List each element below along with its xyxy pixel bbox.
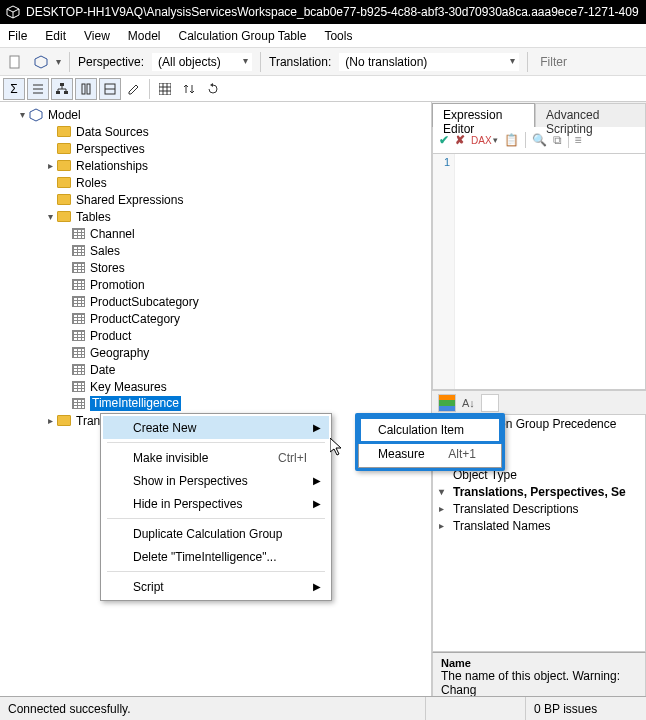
tree-item[interactable]: TimeIntelligence	[0, 395, 431, 412]
tree-item[interactable]: ▸Relationships	[0, 157, 431, 174]
menu-model[interactable]: Model	[128, 29, 161, 43]
property-row[interactable]: ▸Translated Descriptions	[433, 500, 645, 517]
menu-edit[interactable]: Edit	[45, 29, 66, 43]
svg-marker-25	[30, 109, 42, 121]
submenu-arrow-icon: ▶	[313, 475, 321, 486]
tree-item[interactable]: ProductSubcategory	[0, 293, 431, 310]
ctx-item[interactable]: Make invisibleCtrl+I	[103, 446, 329, 469]
svg-marker-5	[35, 56, 47, 68]
cube-icon[interactable]	[30, 51, 52, 73]
submenu-item-shortcut: Alt+1	[448, 447, 476, 461]
menu-file[interactable]: File	[8, 29, 27, 43]
ctx-item[interactable]: Show in Perspectives▶	[103, 469, 329, 492]
menu-calc-group-table[interactable]: Calculation Group Table	[179, 29, 307, 43]
submenu-arrow-icon: ▶	[313, 498, 321, 509]
sigma-icon[interactable]: Σ	[3, 78, 25, 100]
svg-rect-16	[82, 84, 85, 94]
editor-gutter: 1	[433, 154, 455, 389]
perspective-label: Perspective:	[78, 55, 144, 69]
ctx-item[interactable]: Hide in Perspectives▶	[103, 492, 329, 515]
ctx-item[interactable]: Delete "TimeIntelligence"...	[103, 545, 329, 568]
prop-desc-text: The name of this object. Warning: Chang	[441, 669, 620, 697]
list-icon[interactable]	[27, 78, 49, 100]
submenu-item-label: Measure	[378, 447, 425, 461]
tree-item[interactable]: Product	[0, 327, 431, 344]
tree-item[interactable]: ProductCategory	[0, 310, 431, 327]
table-view-icon[interactable]	[154, 78, 176, 100]
paste-icon[interactable]: 📋	[504, 133, 519, 147]
right-pane: Expression Editor Advanced Scripting ✔ ✘…	[432, 102, 646, 716]
translation-label: Translation:	[269, 55, 331, 69]
tree-item[interactable]: Channel	[0, 225, 431, 242]
tree-root[interactable]: ▾Model	[0, 106, 431, 123]
menubar: File Edit View Model Calculation Group T…	[0, 24, 646, 48]
column-icon[interactable]	[75, 78, 97, 100]
svg-rect-20	[159, 83, 171, 95]
svg-rect-10	[56, 91, 60, 94]
svg-rect-17	[87, 84, 90, 94]
tree-item[interactable]: Shared Expressions	[0, 191, 431, 208]
edit-icon[interactable]	[123, 78, 145, 100]
ctx-item[interactable]: Create New▶	[103, 416, 329, 439]
prop-page-icon[interactable]	[481, 394, 499, 412]
submenu-measure[interactable]: Measure Alt+1	[360, 442, 500, 466]
hierarchy-icon[interactable]	[51, 78, 73, 100]
prop-desc-title: Name	[441, 657, 471, 669]
svg-line-2	[13, 9, 19, 12]
menu-tools[interactable]: Tools	[324, 29, 352, 43]
expression-editor[interactable]: 1	[432, 154, 646, 390]
tree-item[interactable]: Geography	[0, 344, 431, 361]
svg-line-1	[7, 9, 13, 12]
ctx-item[interactable]: Duplicate Calculation Group	[103, 522, 329, 545]
svg-rect-11	[64, 91, 68, 94]
submenu-arrow-icon: ▶	[313, 581, 321, 592]
property-toolbar: A↓	[432, 390, 646, 414]
translation-combo[interactable]: (No translation)	[339, 53, 519, 71]
toolbar-view: Σ	[0, 76, 646, 102]
tree-item[interactable]: Key Measures	[0, 378, 431, 395]
filter-input[interactable]	[536, 53, 576, 71]
statusbar: Connected succesfully. 0 BP issues	[0, 696, 646, 720]
new-icon[interactable]	[4, 51, 26, 73]
app-icon	[6, 5, 20, 19]
status-right: 0 BP issues	[526, 697, 646, 720]
ctx-item[interactable]: Script▶	[103, 575, 329, 598]
status-mid	[426, 697, 526, 720]
tree-item[interactable]: Roles	[0, 174, 431, 191]
tab-expression-editor[interactable]: Expression Editor	[432, 103, 535, 127]
context-menu[interactable]: Create New▶Make invisibleCtrl+IShow in P…	[100, 413, 332, 601]
model-tree-pane: ▾ModelData SourcesPerspectives▸Relations…	[0, 102, 432, 716]
tree-item[interactable]: Sales	[0, 242, 431, 259]
tree-item[interactable]: Stores	[0, 259, 431, 276]
tree-item[interactable]: Date	[0, 361, 431, 378]
tree-item[interactable]: Promotion	[0, 276, 431, 293]
sort-az-icon[interactable]: A↓	[462, 397, 475, 409]
property-row[interactable]: ▸Translated Names	[433, 517, 645, 534]
tree-item[interactable]: ▾Tables	[0, 208, 431, 225]
titlebar-text: DESKTOP-HH1V9AQ\AnalysisServicesWorkspac…	[26, 5, 639, 19]
titlebar: DESKTOP-HH1V9AQ\AnalysisServicesWorkspac…	[0, 0, 646, 24]
submenu-item-label: Calculation Item	[378, 423, 464, 437]
categorize-icon[interactable]	[438, 394, 456, 412]
refresh-icon[interactable]	[202, 78, 224, 100]
svg-rect-9	[60, 83, 64, 86]
perspective-combo[interactable]: (All objects)	[152, 53, 252, 71]
sort-icon[interactable]	[178, 78, 200, 100]
dax-label: DAX	[471, 135, 492, 146]
submenu-arrow-icon: ▶	[313, 422, 321, 433]
status-left: Connected succesfully.	[0, 697, 426, 720]
toolbar-main: ▾ Perspective: (All objects) Translation…	[0, 48, 646, 76]
submenu-calculation-item[interactable]: Calculation Item	[360, 418, 500, 442]
property-row[interactable]: ▾Translations, Perspectives, Se	[433, 483, 645, 500]
svg-rect-4	[10, 56, 19, 68]
partition-icon[interactable]	[99, 78, 121, 100]
right-tabs: Expression Editor Advanced Scripting	[432, 102, 646, 126]
tree-item[interactable]: Perspectives	[0, 140, 431, 157]
find-icon[interactable]: 🔍	[532, 133, 547, 147]
tree-item[interactable]: Data Sources	[0, 123, 431, 140]
tab-advanced-scripting[interactable]: Advanced Scripting	[535, 103, 646, 127]
submenu-create-new[interactable]: Calculation Item Measure Alt+1	[355, 413, 505, 471]
menu-view[interactable]: View	[84, 29, 110, 43]
